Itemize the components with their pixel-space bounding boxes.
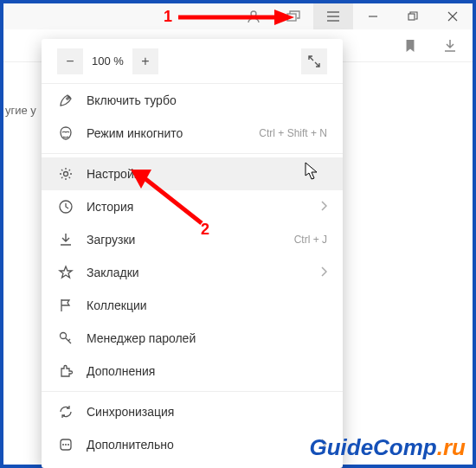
key-icon bbox=[57, 330, 74, 347]
maximize-button[interactable] bbox=[393, 3, 433, 29]
menu-item-turbo[interactable]: Включить турбо bbox=[42, 84, 343, 117]
chevron-right-icon bbox=[320, 266, 327, 279]
menu-item-addons[interactable]: Дополнения bbox=[42, 355, 343, 388]
fullscreen-button[interactable] bbox=[301, 48, 327, 74]
chevron-right-icon bbox=[320, 200, 327, 214]
svg-point-4 bbox=[64, 172, 68, 176]
maximize-icon bbox=[408, 11, 418, 22]
clipped-page-text: угие у bbox=[5, 104, 36, 117]
svg-point-8 bbox=[62, 444, 64, 446]
hamburger-icon bbox=[326, 10, 340, 22]
puzzle-icon bbox=[57, 362, 74, 380]
menu-separator bbox=[42, 391, 343, 392]
downloads-toolbar-icon[interactable] bbox=[443, 39, 457, 53]
zoom-in-button[interactable]: + bbox=[132, 48, 158, 74]
svg-point-6 bbox=[61, 333, 67, 339]
menu-item-sync[interactable]: Синхронизация bbox=[42, 395, 343, 428]
star-icon bbox=[57, 264, 74, 281]
menu-label: Настройки bbox=[87, 167, 146, 181]
tabs-icon bbox=[286, 10, 300, 22]
more-icon bbox=[57, 436, 74, 453]
chevron-right-icon bbox=[320, 438, 327, 452]
menu-label: Включить турбо bbox=[87, 93, 177, 107]
svg-rect-1 bbox=[287, 14, 296, 21]
menu-item-downloads[interactable]: Загрузки Ctrl + J bbox=[42, 223, 343, 256]
zoom-out-button[interactable]: − bbox=[57, 48, 83, 74]
menu-shortcut: Ctrl + J bbox=[294, 234, 327, 246]
minimize-button[interactable] bbox=[353, 3, 393, 29]
flag-icon bbox=[57, 297, 74, 314]
svg-point-9 bbox=[65, 444, 67, 446]
downloads-icon bbox=[57, 231, 74, 248]
sync-icon bbox=[57, 403, 74, 420]
gear-icon bbox=[57, 165, 74, 183]
zoom-level: 100 % bbox=[83, 54, 132, 67]
menu-label: Коллекции bbox=[87, 298, 147, 312]
svg-rect-2 bbox=[408, 14, 415, 20]
menu-item-incognito[interactable]: Режим инкогнито Ctrl + Shift + N bbox=[42, 117, 343, 150]
menu-label: Менеджер паролей bbox=[87, 331, 196, 345]
menu-label: Режим инкогнито bbox=[87, 126, 183, 140]
menu-label: Синхронизация bbox=[87, 405, 174, 419]
menu-item-more[interactable]: Дополнительно bbox=[42, 428, 343, 461]
svg-point-3 bbox=[67, 98, 68, 99]
zoom-row: − 100 % + bbox=[42, 39, 343, 84]
minimize-icon bbox=[368, 11, 378, 22]
menu-shortcut: Ctrl + Shift + N bbox=[259, 127, 327, 139]
fullscreen-icon bbox=[308, 55, 320, 67]
profile-button[interactable] bbox=[234, 3, 273, 29]
menu-label: История bbox=[87, 200, 133, 214]
rocket-icon bbox=[57, 92, 74, 109]
menu-label: Загрузки bbox=[87, 233, 135, 247]
close-button[interactable] bbox=[433, 3, 473, 29]
menu-item-settings[interactable]: Настройки bbox=[42, 157, 343, 190]
bookmark-icon[interactable] bbox=[403, 39, 417, 53]
svg-point-0 bbox=[251, 11, 256, 16]
profile-icon bbox=[247, 10, 261, 23]
menu-label: Закладки bbox=[87, 266, 139, 279]
menu-button[interactable] bbox=[313, 3, 353, 29]
incognito-icon bbox=[57, 125, 74, 142]
menu-separator bbox=[42, 153, 343, 154]
menu-item-collections[interactable]: Коллекции bbox=[42, 289, 343, 322]
menu-item-bookmarks[interactable]: Закладки bbox=[42, 256, 343, 289]
menu-label: Дополнительно bbox=[87, 438, 174, 452]
history-icon bbox=[57, 198, 74, 215]
svg-point-10 bbox=[68, 444, 69, 446]
menu-item-passwords[interactable]: Менеджер паролей bbox=[42, 322, 343, 355]
menu-label: Дополнения bbox=[87, 364, 155, 378]
main-menu-popup: − 100 % + Включить турбо Режим инкогнито… bbox=[42, 39, 343, 468]
menu-item-history[interactable]: История bbox=[42, 190, 343, 223]
tabs-button[interactable] bbox=[273, 3, 313, 29]
close-icon bbox=[447, 11, 458, 22]
window-titlebar bbox=[3, 3, 473, 29]
